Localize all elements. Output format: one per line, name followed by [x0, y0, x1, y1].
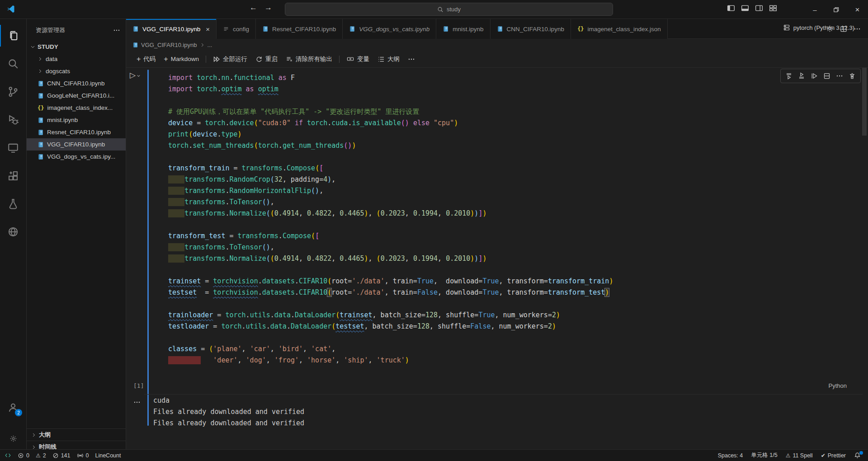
toolbar-代码-button[interactable]: +代码 — [132, 53, 160, 65]
delete-cell-icon[interactable] — [846, 70, 859, 82]
toolbar-Markdown-button[interactable]: +Markdown — [160, 53, 203, 65]
toolbar-label: 重启 — [265, 55, 278, 63]
notebook-icon — [132, 42, 138, 48]
code-line: transforms.ToTensor(), — [168, 242, 613, 253]
output-more-actions-icon[interactable] — [133, 399, 141, 406]
tab-config[interactable]: config — [217, 19, 256, 39]
forward-icon[interactable]: → — [264, 4, 272, 11]
layout-customize-icon[interactable] — [769, 4, 777, 12]
status-label: Prettier — [828, 452, 846, 459]
minimize-button[interactable]: – — [804, 0, 826, 19]
kernel-picker[interactable]: pytorch (Python 3.12.3) — [783, 19, 854, 36]
activity-accounts-button[interactable]: 2 — [0, 397, 26, 419]
explorer-more-actions-icon[interactable] — [113, 27, 120, 34]
run-by-line-icon[interactable] — [808, 70, 821, 82]
tab-label: VGG_dogs_vs_cats.ipynb — [359, 26, 429, 33]
toolbar-变量-button[interactable]: 变量 — [342, 53, 373, 65]
status-remote[interactable] — [5, 450, 11, 461]
tab-cnn-cifar10-ipynb[interactable]: CNN_CIFAR10.ipynb — [491, 19, 571, 39]
layout-actions — [727, 4, 777, 12]
notebook-icon — [38, 129, 44, 136]
code-line: # 使用GPU训练，可以在菜单 "代码执行工具" -> "更改运行时类型" 里进… — [168, 106, 613, 118]
status-0[interactable]: 0 — [18, 450, 29, 461]
activity-explorer-button[interactable] — [0, 25, 26, 47]
status-141[interactable]: 141 — [52, 450, 71, 461]
more-actions-icon[interactable] — [854, 25, 861, 33]
code-line: transform_test = transforms.Compose([ — [168, 230, 613, 242]
toolbar-label: 变量 — [357, 55, 369, 63]
chevron-right-icon — [31, 445, 36, 450]
status-单元格-1-5[interactable]: 单元格 1/5 — [751, 450, 777, 461]
execute-above-icon[interactable] — [783, 70, 795, 82]
activity-remote-explorer-button[interactable] — [0, 137, 26, 159]
status-bell[interactable] — [854, 450, 861, 461]
tab-imagenet-class-index-json[interactable]: {}imagenet_class_index.json — [571, 19, 668, 39]
file-item-mnist-ipynb[interactable]: mnist.ipynb — [27, 114, 126, 126]
notebook-icon — [38, 141, 44, 148]
file-item-imagenet-class-index-[interactable]: {}imagenet_class_index... — [27, 102, 126, 114]
file-item-cnn-cifar10-ipynb[interactable]: CNN_CIFAR10.ipynb — [27, 77, 126, 89]
activity-search-button[interactable] — [0, 53, 26, 75]
status-linecount[interactable]: LineCount — [95, 450, 121, 461]
status-prettier[interactable]: ✔Prettier — [821, 450, 846, 461]
warning-icon: ⚠ — [786, 453, 791, 458]
activity-source-control-button[interactable] — [0, 81, 26, 103]
activity-run-debug-button[interactable] — [0, 109, 26, 131]
restore-button[interactable] — [826, 0, 847, 19]
search-input[interactable]: study — [285, 3, 613, 16]
activity-settings-gear-button[interactable] — [0, 428, 26, 449]
split-cell-icon[interactable] — [821, 70, 833, 82]
cell-code-editor[interactable]: import torch.nn.functional as Fimport to… — [168, 72, 613, 366]
status-2[interactable]: ⚠2 — [36, 450, 46, 461]
toolbar-清除所有输出-button[interactable]: 清除所有输出 — [282, 53, 336, 65]
tab-mnist-ipynb[interactable]: mnist.ipynb — [436, 19, 490, 39]
breadcrumb[interactable]: VGG_CIFAR10.ipynb ... — [126, 39, 868, 51]
status-0[interactable]: 0 — [77, 450, 89, 461]
layout-panel-icon[interactable] — [741, 4, 749, 12]
layout-sidebar-right-icon[interactable] — [755, 4, 763, 12]
tab-vgg-dogs-vs-cats-ipynb[interactable]: VGG_dogs_vs_cats.ipynb — [343, 19, 436, 39]
editor-scrollbar[interactable] — [862, 68, 867, 136]
execute-below-icon[interactable] — [795, 70, 808, 82]
code-line: transforms.Normalize((0.4914, 0.4822, 0.… — [168, 253, 613, 264]
folder-item-data[interactable]: data — [27, 53, 126, 65]
item-label: GoogLeNet_CIFAR10.i... — [47, 92, 114, 99]
toolbar-重启-button[interactable]: 重启 — [251, 53, 282, 65]
activity-testing-button[interactable] — [0, 193, 26, 215]
tab-bar: VGG_CIFAR10.ipynb×configResnet_CIFAR10.i… — [126, 19, 868, 39]
activity-extensions-button[interactable] — [0, 165, 26, 187]
run-cell-button[interactable]: ▷ — [130, 71, 141, 79]
status-spaces-4[interactable]: Spaces: 4 — [718, 450, 743, 461]
add-icon: + — [164, 56, 168, 63]
tab-vgg-cifar10-ipynb[interactable]: VGG_CIFAR10.ipynb× — [126, 19, 217, 39]
sidebar-section-outline[interactable]: 大纲 — [27, 428, 126, 441]
folder-item-dogscats[interactable]: dogscats — [27, 65, 126, 77]
toolbar-全部运行-button[interactable]: 全部运行 — [209, 53, 251, 65]
more-actions-icon[interactable] — [833, 70, 846, 82]
chevron-right-icon — [200, 42, 205, 47]
close-icon[interactable]: × — [206, 25, 210, 33]
kernel-icon — [783, 24, 790, 31]
activity-globe-button[interactable] — [0, 221, 26, 243]
status-11-spell[interactable]: ⚠11 Spell — [786, 450, 813, 461]
item-label: VGG_CIFAR10.ipynb — [47, 141, 105, 148]
breadcrumb-file[interactable]: VGG_CIFAR10.ipynb — [141, 42, 197, 48]
file-item-vgg-dogs-vs-cats-ipy-[interactable]: VGG_dogs_vs_cats.ipy... — [27, 151, 126, 163]
tree-section-study[interactable]: STUDY — [27, 41, 126, 53]
globe-icon — [7, 226, 19, 238]
cell-language-picker[interactable]: Python — [829, 382, 847, 389]
chevron-down-icon — [137, 74, 141, 78]
toolbar-大纲-button[interactable]: 大纲 — [373, 53, 404, 65]
breadcrumb-more[interactable]: ... — [208, 42, 212, 48]
back-icon[interactable]: ← — [250, 4, 257, 11]
tab-label: VGG_CIFAR10.ipynb — [142, 26, 200, 33]
file-item-vgg-cifar10-ipynb[interactable]: VGG_CIFAR10.ipynb — [27, 138, 126, 151]
tab-resnet-cifar10-ipynb[interactable]: Resnet_CIFAR10.ipynb — [256, 19, 343, 39]
layout-sidebar-icon[interactable] — [727, 4, 735, 12]
file-item-googlenet-cifar10-i-[interactable]: GoogLeNet_CIFAR10.i... — [27, 89, 126, 102]
file-item-resnet-cifar10-ipynb[interactable]: Resnet_CIFAR10.ipynb — [27, 126, 126, 138]
status-label: Spaces: 4 — [718, 452, 743, 459]
toolbar-kebab-icon-button[interactable] — [404, 53, 419, 65]
cell-toolbar — [780, 69, 861, 83]
close-button[interactable]: × — [847, 0, 868, 19]
